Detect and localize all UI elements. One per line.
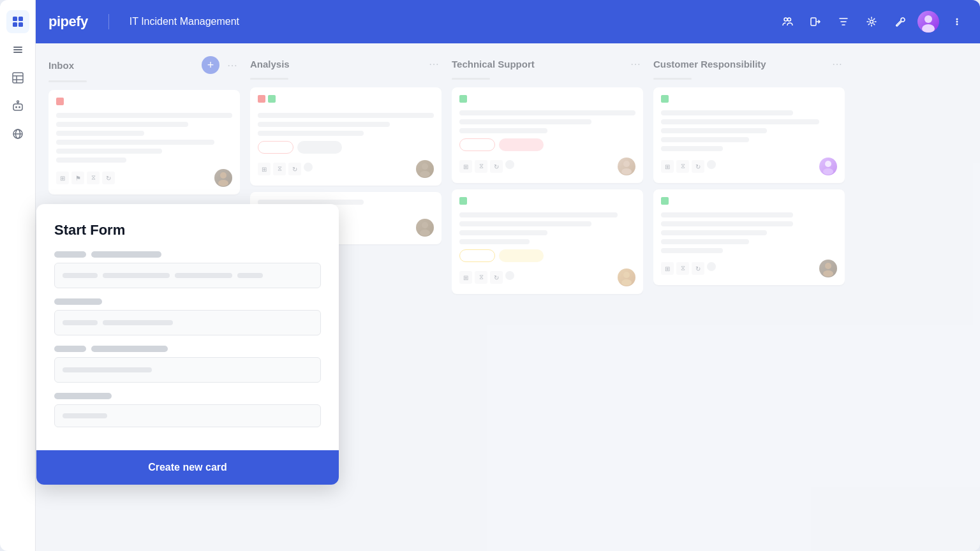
form-field-2 — [54, 298, 321, 335]
form-input-1[interactable] — [54, 263, 321, 288]
form-field-3 — [54, 346, 321, 383]
sidebar-item-globe[interactable] — [6, 122, 29, 145]
placeholder-block — [63, 320, 98, 325]
placeholder-block — [63, 273, 98, 278]
header-title: IT Incident Management — [130, 16, 239, 27]
svg-point-27 — [956, 24, 958, 26]
form-label-1 — [54, 251, 321, 258]
label-block — [54, 251, 86, 258]
placeholder-block — [237, 273, 263, 278]
sidebar-item-grid[interactable] — [6, 10, 29, 33]
placeholder-block — [175, 273, 232, 278]
form-field-1 — [54, 251, 321, 288]
svg-rect-5 — [13, 49, 22, 50]
placeholder-block — [63, 413, 107, 418]
form-label-2 — [54, 298, 321, 305]
form-field-4 — [54, 393, 321, 427]
signin-icon[interactable] — [805, 11, 826, 32]
svg-rect-11 — [13, 104, 22, 110]
form-label-3 — [54, 346, 321, 352]
label-block — [91, 346, 168, 352]
user-avatar[interactable] — [917, 11, 939, 33]
sidebar — [0, 0, 36, 551]
svg-rect-0 — [13, 17, 17, 21]
form-input-4[interactable] — [54, 404, 321, 427]
svg-point-24 — [922, 24, 935, 33]
header-actions — [777, 11, 967, 33]
top-header: pipefy IT Incident Management — [36, 0, 980, 43]
placeholder-block — [63, 367, 152, 372]
modal-footer: Create new card — [36, 450, 339, 485]
create-card-button[interactable]: Create new card — [148, 462, 227, 473]
placeholder-block — [103, 320, 173, 325]
svg-point-25 — [956, 18, 958, 20]
start-form-modal: Start Form — [36, 204, 339, 485]
svg-rect-6 — [13, 52, 22, 53]
modal-body: Start Form — [36, 204, 339, 450]
svg-point-15 — [17, 101, 19, 103]
svg-point-12 — [15, 107, 17, 108]
sidebar-item-table[interactable] — [6, 66, 29, 89]
label-block — [54, 298, 102, 305]
svg-point-13 — [19, 107, 20, 108]
placeholder-block — [103, 273, 170, 278]
logo-area: pipefy IT Incident Management — [48, 13, 239, 30]
svg-point-23 — [924, 15, 932, 23]
label-block — [54, 346, 86, 352]
svg-rect-21 — [811, 18, 816, 26]
sidebar-item-list[interactable] — [6, 38, 29, 61]
svg-point-19 — [784, 18, 787, 21]
svg-rect-1 — [19, 17, 23, 21]
svg-point-20 — [788, 18, 791, 21]
settings-icon[interactable] — [861, 11, 882, 32]
filter-icon[interactable] — [833, 11, 854, 32]
form-input-2[interactable] — [54, 310, 321, 335]
modal-title: Start Form — [54, 222, 321, 239]
svg-point-26 — [956, 21, 958, 23]
svg-point-22 — [870, 20, 873, 24]
form-label-4 — [54, 393, 321, 399]
svg-rect-3 — [19, 22, 23, 27]
svg-rect-4 — [13, 47, 22, 48]
header-divider — [108, 14, 109, 29]
svg-rect-2 — [13, 22, 17, 27]
wrench-icon[interactable] — [889, 11, 910, 32]
label-block — [91, 251, 161, 258]
logo: pipefy — [48, 13, 88, 30]
people-icon[interactable] — [777, 11, 798, 32]
form-input-3[interactable] — [54, 357, 321, 383]
user-menu-icon[interactable] — [947, 11, 967, 32]
sidebar-item-bot[interactable] — [6, 94, 29, 117]
label-block — [54, 393, 112, 399]
svg-rect-7 — [13, 73, 23, 83]
